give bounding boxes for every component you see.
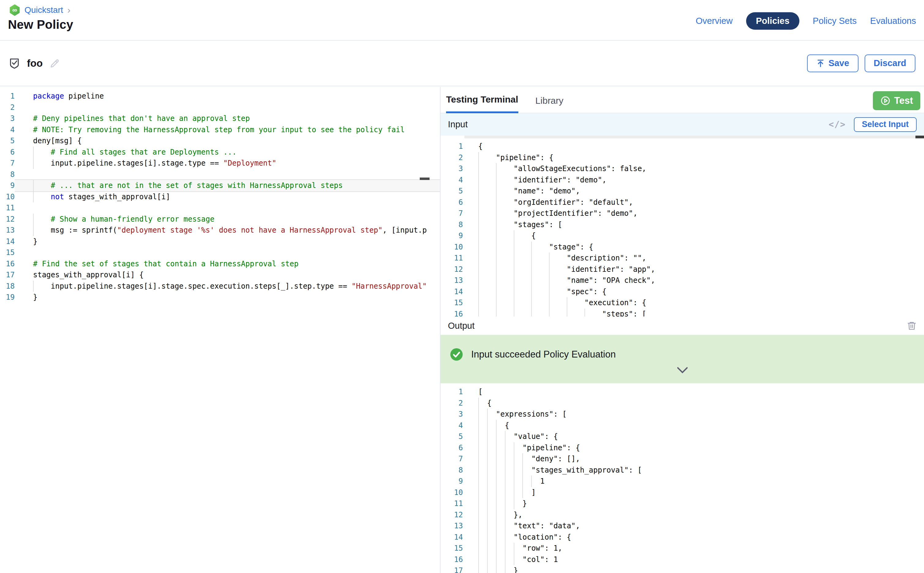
line-number: 10 [440, 487, 463, 498]
input-json-editor[interactable]: 1{2 "pipeline": {3 "allowStageExecutions… [440, 138, 924, 316]
indent-guide [531, 264, 532, 275]
line-number: 14 [440, 532, 463, 543]
indent-guide [33, 147, 34, 158]
output-json-editor[interactable]: 1[2 {3 "expressions": [4 {5 "value": {6 … [440, 383, 924, 573]
code-line: 15 "execution": { [440, 297, 924, 308]
indent-guide [487, 487, 488, 498]
tab-policy-sets[interactable]: Policy Sets [813, 16, 857, 26]
discard-button[interactable]: Discard [864, 55, 915, 72]
line-number: 11 [0, 202, 15, 214]
indent-guide [531, 275, 532, 286]
line-number: 13 [440, 275, 463, 286]
breadcrumb-link-quickstart[interactable]: Quickstart [25, 5, 63, 15]
line-number: 13 [440, 520, 463, 532]
tab-testing-terminal[interactable]: Testing Terminal [446, 94, 518, 113]
code-line: 9 1 [440, 476, 924, 487]
indent-guide [496, 520, 496, 532]
overview-ruler-marker [420, 177, 429, 180]
indent-guide [505, 532, 506, 543]
test-label: Test [894, 95, 913, 106]
indent-guide [478, 398, 479, 409]
indent-guide [496, 275, 496, 286]
code-line: 3# Deny pipelines that don't have an app… [0, 113, 440, 124]
indent-guide [567, 308, 567, 317]
evaluation-result-banner: Input succeeded Policy Evaluation [440, 335, 924, 383]
code-line: 12 # Show a human-friendly error message [0, 214, 440, 225]
indent-guide [522, 487, 523, 498]
indent-guide [514, 442, 514, 454]
indent-guide [496, 264, 496, 275]
line-number: 5 [440, 185, 463, 197]
tab-evaluations[interactable]: Evaluations [870, 16, 916, 26]
indent-guide [478, 219, 479, 230]
indent-guide [496, 431, 496, 442]
indent-guide [478, 185, 479, 197]
line-number: 7 [440, 208, 463, 219]
indent-guide [487, 554, 488, 565]
line-number: 15 [0, 247, 15, 258]
indent-guide [514, 308, 514, 317]
trash-icon[interactable] [907, 320, 917, 331]
indent-guide [496, 197, 496, 208]
scrollbar-thumb[interactable] [915, 136, 924, 138]
indent-guide [478, 152, 479, 163]
indent-guide [33, 191, 34, 203]
indent-guide [478, 498, 479, 509]
indent-guide [505, 442, 506, 454]
indent-guide [514, 554, 514, 565]
indent-guide [496, 453, 496, 465]
select-input-button[interactable]: Select Input [854, 117, 917, 132]
indent-guide [478, 264, 479, 275]
save-button[interactable]: Save [807, 55, 858, 72]
indent-guide [478, 308, 479, 317]
indent-guide [496, 465, 496, 476]
indent-guide [531, 241, 532, 253]
code-brackets-icon[interactable]: </> [828, 119, 846, 130]
indent-guide [478, 286, 479, 297]
line-number: 3 [0, 113, 15, 124]
indent-guide [496, 308, 496, 317]
indent-guide [549, 297, 550, 308]
tab-overview[interactable]: Overview [695, 16, 733, 26]
indent-guide [514, 241, 514, 253]
chevron-down-icon[interactable] [676, 367, 689, 375]
code-line: 15 "row": 1, [440, 543, 924, 554]
indent-guide [487, 442, 488, 454]
code-line: 2 "pipeline": { [440, 152, 924, 163]
indent-guide [478, 163, 479, 174]
code-line: 7 input.pipeline.stages[i].stage.type ==… [0, 158, 440, 169]
line-number: 2 [440, 398, 463, 409]
indent-guide [505, 465, 506, 476]
indent-guide [496, 208, 496, 219]
indent-guide [478, 476, 479, 487]
line-number: 18 [0, 281, 15, 292]
save-label: Save [828, 58, 849, 68]
input-label: Input [448, 119, 468, 130]
line-number: 19 [0, 292, 15, 303]
indent-guide [478, 453, 479, 465]
indent-guide [478, 297, 479, 308]
scrollbar-track[interactable] [464, 136, 924, 138]
line-number: 3 [440, 163, 463, 174]
indent-guide [505, 487, 506, 498]
line-number: 11 [440, 252, 463, 264]
line-number: 16 [440, 554, 463, 565]
policy-code-editor[interactable]: 1package pipeline23# Deny pipelines that… [0, 87, 440, 573]
code-line: 16 "steps": [ [440, 308, 924, 317]
edit-pencil-icon[interactable] [49, 58, 60, 69]
tab-policies[interactable]: Policies [746, 12, 799, 30]
code-line: 5 "name": "demo", [440, 185, 924, 197]
line-number: 1 [440, 141, 463, 152]
tab-library[interactable]: Library [536, 96, 564, 113]
line-number: 8 [0, 169, 15, 180]
code-line: 14 "spec": { [440, 286, 924, 297]
code-line: 13 "text": "data", [440, 520, 924, 532]
indent-guide [478, 520, 479, 532]
indent-guide [496, 543, 496, 554]
code-line: 9 # ... that are not in the set of stage… [0, 180, 440, 191]
line-number: 12 [440, 509, 463, 521]
indent-guide [514, 498, 514, 509]
indent-guide [531, 286, 532, 297]
line-number: 17 [440, 565, 463, 573]
test-button[interactable]: Test [873, 91, 920, 110]
